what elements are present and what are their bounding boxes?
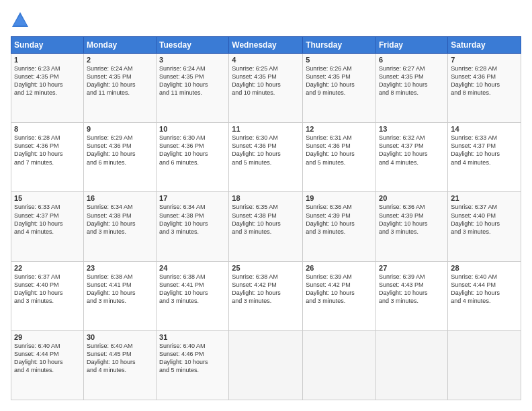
week-row-1: 1Sunrise: 6:23 AM Sunset: 4:35 PM Daylig… <box>11 54 521 123</box>
day-number: 16 <box>87 194 153 202</box>
day-number: 1 <box>14 56 81 64</box>
day-cell: 14Sunrise: 6:33 AM Sunset: 4:37 PM Dayli… <box>448 123 521 192</box>
day-info: Sunrise: 6:38 AM Sunset: 4:41 PM Dayligh… <box>159 273 226 306</box>
svg-marker-1 <box>13 15 27 26</box>
day-cell <box>229 330 303 400</box>
day-info: Sunrise: 6:36 AM Sunset: 4:39 PM Dayligh… <box>306 203 373 236</box>
day-info: Sunrise: 6:36 AM Sunset: 4:39 PM Dayligh… <box>379 203 445 236</box>
day-number: 17 <box>159 194 226 202</box>
day-info: Sunrise: 6:28 AM Sunset: 4:36 PM Dayligh… <box>14 134 81 167</box>
day-info: Sunrise: 6:37 AM Sunset: 4:40 PM Dayligh… <box>451 203 518 236</box>
day-number: 24 <box>159 264 226 272</box>
day-cell: 4Sunrise: 6:25 AM Sunset: 4:35 PM Daylig… <box>229 54 303 123</box>
day-info: Sunrise: 6:35 AM Sunset: 4:38 PM Dayligh… <box>232 203 300 236</box>
day-info: Sunrise: 6:40 AM Sunset: 4:45 PM Dayligh… <box>87 342 153 375</box>
day-info: Sunrise: 6:25 AM Sunset: 4:35 PM Dayligh… <box>232 64 300 97</box>
day-number: 27 <box>379 264 445 272</box>
day-cell: 30Sunrise: 6:40 AM Sunset: 4:45 PM Dayli… <box>83 330 156 400</box>
day-number: 28 <box>451 264 518 272</box>
week-row-4: 22Sunrise: 6:37 AM Sunset: 4:40 PM Dayli… <box>11 261 521 330</box>
day-number: 23 <box>87 264 153 272</box>
day-cell: 17Sunrise: 6:34 AM Sunset: 4:38 PM Dayli… <box>157 192 229 261</box>
day-cell: 10Sunrise: 6:30 AM Sunset: 4:36 PM Dayli… <box>157 123 229 192</box>
day-cell: 5Sunrise: 6:26 AM Sunset: 4:35 PM Daylig… <box>303 54 376 123</box>
day-number: 25 <box>232 264 300 272</box>
day-cell: 19Sunrise: 6:36 AM Sunset: 4:39 PM Dayli… <box>303 192 376 261</box>
day-cell: 16Sunrise: 6:34 AM Sunset: 4:38 PM Dayli… <box>83 192 156 261</box>
day-number: 12 <box>306 125 373 133</box>
calendar: SundayMondayTuesdayWednesdayThursdayFrid… <box>11 36 521 400</box>
header-row: SundayMondayTuesdayWednesdayThursdayFrid… <box>11 37 521 54</box>
day-info: Sunrise: 6:39 AM Sunset: 4:42 PM Dayligh… <box>306 273 373 306</box>
day-cell: 11Sunrise: 6:30 AM Sunset: 4:36 PM Dayli… <box>229 123 303 192</box>
day-info: Sunrise: 6:33 AM Sunset: 4:37 PM Dayligh… <box>14 203 81 236</box>
day-info: Sunrise: 6:34 AM Sunset: 4:38 PM Dayligh… <box>159 203 226 236</box>
day-cell: 28Sunrise: 6:40 AM Sunset: 4:44 PM Dayli… <box>448 261 521 330</box>
day-cell: 23Sunrise: 6:38 AM Sunset: 4:41 PM Dayli… <box>83 261 156 330</box>
day-cell: 25Sunrise: 6:38 AM Sunset: 4:42 PM Dayli… <box>229 261 303 330</box>
day-number: 5 <box>306 56 373 64</box>
day-info: Sunrise: 6:31 AM Sunset: 4:36 PM Dayligh… <box>306 134 373 167</box>
day-cell: 15Sunrise: 6:33 AM Sunset: 4:37 PM Dayli… <box>11 192 84 261</box>
header-cell-tuesday: Tuesday <box>157 37 229 54</box>
day-cell <box>376 330 448 400</box>
day-number: 29 <box>14 333 81 341</box>
day-cell <box>303 330 376 400</box>
day-info: Sunrise: 6:24 AM Sunset: 4:35 PM Dayligh… <box>159 64 226 97</box>
day-info: Sunrise: 6:33 AM Sunset: 4:37 PM Dayligh… <box>451 134 518 167</box>
day-info: Sunrise: 6:23 AM Sunset: 4:35 PM Dayligh… <box>14 64 81 97</box>
day-info: Sunrise: 6:29 AM Sunset: 4:36 PM Dayligh… <box>87 134 153 167</box>
day-info: Sunrise: 6:40 AM Sunset: 4:44 PM Dayligh… <box>451 273 518 306</box>
day-number: 6 <box>379 56 445 64</box>
day-number: 15 <box>14 194 81 202</box>
header <box>11 11 521 30</box>
header-cell-saturday: Saturday <box>448 37 521 54</box>
day-number: 13 <box>379 125 445 133</box>
day-cell: 1Sunrise: 6:23 AM Sunset: 4:35 PM Daylig… <box>11 54 84 123</box>
day-cell: 21Sunrise: 6:37 AM Sunset: 4:40 PM Dayli… <box>448 192 521 261</box>
day-cell: 3Sunrise: 6:24 AM Sunset: 4:35 PM Daylig… <box>157 54 229 123</box>
logo <box>11 11 32 30</box>
day-info: Sunrise: 6:30 AM Sunset: 4:36 PM Dayligh… <box>232 134 300 167</box>
day-cell: 8Sunrise: 6:28 AM Sunset: 4:36 PM Daylig… <box>11 123 84 192</box>
day-number: 7 <box>451 56 518 64</box>
header-cell-friday: Friday <box>376 37 448 54</box>
day-number: 19 <box>306 194 373 202</box>
header-cell-wednesday: Wednesday <box>229 37 303 54</box>
day-cell: 24Sunrise: 6:38 AM Sunset: 4:41 PM Dayli… <box>157 261 229 330</box>
day-info: Sunrise: 6:30 AM Sunset: 4:36 PM Dayligh… <box>159 134 226 167</box>
day-number: 26 <box>306 264 373 272</box>
day-number: 4 <box>232 56 300 64</box>
day-number: 9 <box>87 125 153 133</box>
day-info: Sunrise: 6:39 AM Sunset: 4:43 PM Dayligh… <box>379 273 445 306</box>
day-info: Sunrise: 6:38 AM Sunset: 4:42 PM Dayligh… <box>232 273 300 306</box>
day-cell: 20Sunrise: 6:36 AM Sunset: 4:39 PM Dayli… <box>376 192 448 261</box>
day-cell: 13Sunrise: 6:32 AM Sunset: 4:37 PM Dayli… <box>376 123 448 192</box>
week-row-5: 29Sunrise: 6:40 AM Sunset: 4:44 PM Dayli… <box>11 330 521 400</box>
day-number: 18 <box>232 194 300 202</box>
day-cell: 29Sunrise: 6:40 AM Sunset: 4:44 PM Dayli… <box>11 330 84 400</box>
day-info: Sunrise: 6:26 AM Sunset: 4:35 PM Dayligh… <box>306 64 373 97</box>
day-info: Sunrise: 6:40 AM Sunset: 4:46 PM Dayligh… <box>159 342 226 375</box>
logo-icon <box>11 11 30 30</box>
day-info: Sunrise: 6:24 AM Sunset: 4:35 PM Dayligh… <box>87 64 153 97</box>
day-number: 30 <box>87 333 153 341</box>
day-number: 22 <box>14 264 81 272</box>
day-cell: 31Sunrise: 6:40 AM Sunset: 4:46 PM Dayli… <box>157 330 229 400</box>
header-cell-thursday: Thursday <box>303 37 376 54</box>
calendar-header: SundayMondayTuesdayWednesdayThursdayFrid… <box>11 37 521 54</box>
day-cell: 2Sunrise: 6:24 AM Sunset: 4:35 PM Daylig… <box>83 54 156 123</box>
calendar-body: 1Sunrise: 6:23 AM Sunset: 4:35 PM Daylig… <box>11 54 521 400</box>
day-cell <box>448 330 521 400</box>
header-cell-monday: Monday <box>83 37 156 54</box>
day-number: 10 <box>159 125 226 133</box>
day-info: Sunrise: 6:27 AM Sunset: 4:35 PM Dayligh… <box>379 64 445 97</box>
day-number: 31 <box>159 333 226 341</box>
week-row-3: 15Sunrise: 6:33 AM Sunset: 4:37 PM Dayli… <box>11 192 521 261</box>
day-number: 20 <box>379 194 445 202</box>
day-cell: 18Sunrise: 6:35 AM Sunset: 4:38 PM Dayli… <box>229 192 303 261</box>
day-info: Sunrise: 6:32 AM Sunset: 4:37 PM Dayligh… <box>379 134 445 167</box>
header-cell-sunday: Sunday <box>11 37 84 54</box>
day-cell: 26Sunrise: 6:39 AM Sunset: 4:42 PM Dayli… <box>303 261 376 330</box>
day-info: Sunrise: 6:38 AM Sunset: 4:41 PM Dayligh… <box>87 273 153 306</box>
